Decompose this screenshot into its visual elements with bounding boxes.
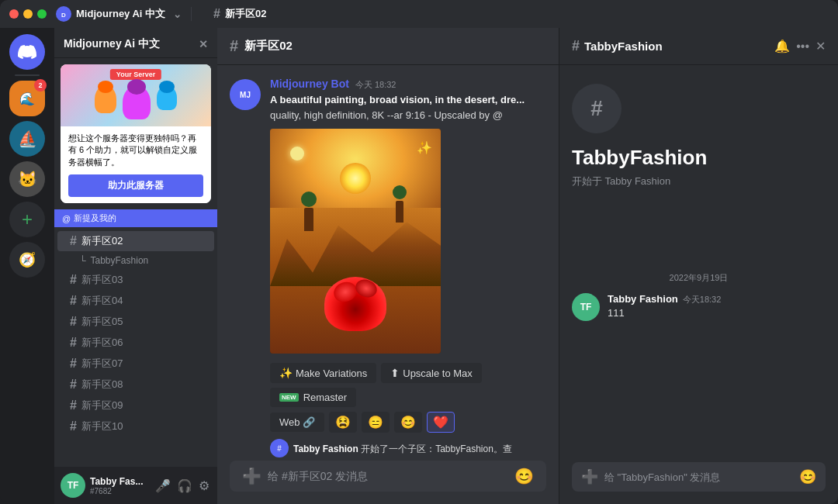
channel-item-xinshouqu04[interactable]: # 新手区04 (57, 291, 214, 311)
reaction-neutral[interactable]: 😑 (362, 412, 390, 433)
emoji-picker-button[interactable]: 😊 (514, 467, 534, 485)
action-buttons-group: ✨ Make Variations ⬆ Upscale to Max Remas… (270, 363, 546, 407)
message-header: Midjourney Bot 今天 18:32 (270, 78, 546, 91)
right-panel: # TabbyFashion 🔔 ••• ✕ # TabbyFashion 开始… (559, 28, 838, 504)
channel-item-label: 新手区04 (81, 294, 123, 308)
close-button[interactable] (9, 9, 19, 19)
boost-server-button[interactable]: 助力此服务器 (68, 174, 203, 197)
message-image-container: ✨ (270, 123, 441, 354)
right-add-attachment-button[interactable]: ➕ (581, 462, 598, 492)
right-message-row: TF Tabby Fashion 今天18:32 111 (572, 293, 826, 321)
channel-sidebar: Midjourney Ai 中文 ✕ ✕ Your Server (54, 28, 217, 504)
explore-button[interactable]: 🧭 (9, 242, 45, 278)
channel-item-label: TabbyFashion (91, 255, 149, 266)
right-message-time: 今天18:32 (683, 294, 722, 306)
right-message-author: Tabby Fashion (608, 293, 678, 305)
server-badge: 2 (34, 79, 47, 91)
right-panel-hash-icon: # (572, 38, 580, 54)
channel-item-xinshouqu10[interactable]: # 新手区10 (57, 416, 214, 437)
right-input-area: ➕ 😊 (559, 462, 838, 504)
server-icon-3[interactable]: 🐱 (9, 161, 45, 197)
mention-icon: @ (62, 214, 71, 223)
right-message-avatar: TF (572, 293, 600, 321)
user-area: TF Tabby Fas... #7682 🎤 🎧 ⚙ (54, 467, 217, 504)
channel-info-name: TabbyFashion (572, 146, 826, 170)
server-name-row: Midjourney Ai 中文 ✕ (64, 37, 208, 51)
promo-badge: Your Server (110, 69, 161, 80)
channel-item-tabbyfashion[interactable]: └ TabbyFashion (57, 252, 214, 269)
channel-item-xinshouqu09[interactable]: # 新手区09 (57, 395, 214, 416)
microphone-icon[interactable]: 🎤 (154, 477, 172, 495)
server-list: 🌊 2 ⛵ 🐱 + 🧭 (0, 28, 54, 504)
user-avatar: TF (61, 473, 85, 498)
add-server-button[interactable]: + (9, 202, 45, 237)
remaster-button[interactable]: Remaster (270, 388, 356, 407)
channel-item-label: 新手区02 (81, 234, 123, 248)
channel-info-date: 2022年9月19日 (559, 272, 838, 284)
channel-item-xinshouqu02[interactable]: # 新手区02 (57, 231, 214, 251)
thread-indent-icon: └ (79, 255, 86, 266)
message-text: A beautiful painting, broad vision, in t… (270, 92, 546, 123)
close-panel-button[interactable]: ✕ (815, 39, 826, 54)
message-input[interactable] (268, 461, 508, 491)
channel-item-xinshouqu08[interactable]: # 新手区08 (57, 375, 214, 395)
server-icon-2[interactable]: ⛵ (9, 121, 45, 157)
message-image: ✨ (270, 129, 441, 354)
channel-item-label: 新手区08 (81, 378, 123, 392)
painting-rose (324, 277, 386, 331)
add-attachment-button[interactable]: ➕ (242, 461, 261, 492)
channel-header: # 新手区02 (217, 28, 559, 65)
desert-painting: ✨ (270, 129, 441, 354)
channel-item-label: 新手区10 (81, 419, 123, 433)
reaction-tired[interactable]: 😫 (329, 412, 357, 433)
minimize-button[interactable] (23, 9, 33, 19)
thread-author-label: Tabby Fashion 开始了一个子区：TabbyFashion。查 (293, 444, 512, 454)
messages-area: MJ Midjourney Bot 今天 18:32 A beautiful p… (217, 65, 559, 461)
app-container: 🌊 2 ⛵ 🐱 + 🧭 Midjourney Ai 中文 ✕ ✕ Your Se… (0, 0, 838, 504)
user-name: Tabby Fas... (90, 476, 149, 487)
server-dropdown-icon[interactable]: ⌄ (173, 9, 182, 20)
notification-icon[interactable]: 🔔 (774, 39, 790, 54)
headphone-icon[interactable]: 🎧 (175, 477, 194, 495)
make-variations-button[interactable]: ✨ Make Variations (270, 363, 376, 383)
channel-hash-icon: # (70, 234, 77, 248)
channel-hash-icon: # (70, 294, 77, 308)
right-message-text: 111 (608, 307, 721, 319)
channel-item-xinshouqu07[interactable]: # 新手区07 (57, 354, 214, 374)
settings-icon[interactable]: ⚙ (197, 477, 211, 495)
web-button[interactable]: Web 🔗 (270, 413, 324, 432)
home-server-icon[interactable] (9, 34, 45, 70)
channel-hash-icon: # (70, 315, 77, 329)
channel-item-xinshouqu06[interactable]: # 新手区06 (57, 333, 214, 353)
server-title: D Midjourney Ai 中文 ⌄ (56, 6, 182, 22)
mention-bar[interactable]: @ 新提及我的 (54, 209, 217, 227)
mention-label: 新提及我的 (74, 212, 116, 224)
channel-list: # 新手区02 └ TabbyFashion # 新手区03 # 新手区04 #… (54, 227, 217, 467)
server-menu-icon[interactable]: ✕ (199, 38, 208, 50)
right-emoji-picker-button[interactable]: 😊 (799, 468, 816, 485)
channel-item-xinshouqu05[interactable]: # 新手区05 (57, 312, 214, 332)
message-row: MJ Midjourney Bot 今天 18:32 A beautiful p… (230, 78, 546, 461)
right-header-icons: 🔔 ••• ✕ (774, 39, 826, 54)
reaction-heart[interactable]: ❤️ (427, 412, 455, 433)
more-options-icon[interactable]: ••• (796, 40, 809, 54)
channel-header-hash-icon: # (230, 37, 238, 55)
channel-item-xinshouqu03[interactable]: # 新手区03 (57, 270, 214, 290)
right-message-input[interactable] (604, 464, 793, 491)
server-name-label: Midjourney Ai 中文 (64, 37, 160, 51)
promo-content: 想让这个服务器变得更独特吗？再有 6 个助力，就可以解锁自定义服务器横幅了。 助… (61, 126, 211, 203)
promo-text: 想让这个服务器变得更独特吗？再有 6 个助力，就可以解锁自定义服务器横幅了。 (68, 133, 203, 168)
channel-info-icon: # (572, 84, 622, 133)
promo-card-image: Your Server (61, 64, 211, 126)
channel-hash-icon: # (70, 378, 77, 392)
channel-hash-icon: # (70, 419, 77, 433)
thread-preview-content: Tabby Fashion 开始了一个子区：TabbyFashion。查 (293, 441, 512, 456)
title-bar: D Midjourney Ai 中文 ⌄ # 新手区02 (0, 0, 838, 28)
maximize-button[interactable] (37, 9, 47, 19)
web-icon: Web 🔗 (279, 416, 315, 428)
midjourney-server-icon[interactable]: 🌊 2 (9, 81, 45, 116)
upscale-max-button[interactable]: ⬆ Upscale to Max (381, 363, 482, 383)
channel-info-desc: 开始于 Tabby Fashion (572, 174, 826, 188)
channel-hash-icon: # (70, 399, 77, 413)
reaction-happy[interactable]: 😊 (394, 412, 422, 433)
